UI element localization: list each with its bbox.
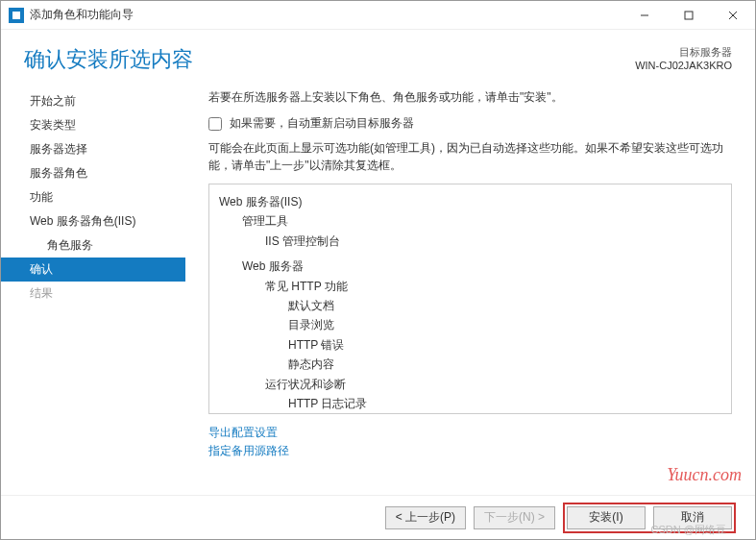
sidebar: 开始之前 安装类型 服务器选择 服务器角色 功能 Web 服务器角色(IIS) … (1, 84, 185, 491)
tree-item: 运行状况和诊断 (265, 375, 721, 394)
window-title: 添加角色和功能向导 (30, 7, 134, 23)
sidebar-item-role-services[interactable]: 角色服务 (1, 233, 185, 258)
sidebar-item-web-server-role[interactable]: Web 服务器角色(IIS) (1, 209, 185, 233)
target-server-info: 目标服务器 WIN-CJ02JAK3KRO (635, 45, 732, 71)
tree-item: 常见 HTTP 功能 (265, 277, 721, 296)
tree-item: 默认文档 (288, 296, 721, 315)
tree-item: 目录浏览 (288, 315, 721, 334)
next-button: 下一步(N) > (474, 506, 555, 529)
app-icon (9, 8, 24, 23)
links: 导出配置设置 指定备用源路径 (208, 424, 732, 460)
tree-item: Web 服务器 (242, 257, 721, 276)
target-label: 目标服务器 (635, 45, 732, 60)
tree-item: HTTP 日志记录 (288, 394, 721, 413)
footer: < 上一步(P) 下一步(N) > 安装(I) 取消 (1, 495, 755, 539)
svg-rect-2 (685, 12, 693, 19)
instruction-text: 若要在所选服务器上安装以下角色、角色服务或功能，请单击"安装"。 (208, 89, 732, 106)
alt-source-path-link[interactable]: 指定备用源路径 (208, 442, 732, 460)
cancel-button[interactable]: 取消 (653, 506, 732, 529)
target-name: WIN-CJ02JAK3KRO (635, 60, 732, 71)
sidebar-item-confirmation[interactable]: 确认 (1, 258, 185, 282)
features-tree[interactable]: Web 服务器(IIS) 管理工具 IIS 管理控制台 Web 服务器 常见 H… (208, 184, 732, 414)
header: 确认安装所选内容 目标服务器 WIN-CJ02JAK3KRO (1, 30, 755, 84)
tree-item: IIS 管理控制台 (265, 232, 721, 251)
sidebar-item-server-selection[interactable]: 服务器选择 (1, 137, 185, 161)
optional-features-note: 可能会在此页面上显示可选功能(如管理工具)，因为已自动选择这些功能。如果不希望安… (208, 139, 732, 174)
content: 若要在所选服务器上安装以下角色、角色服务或功能，请单击"安装"。 如果需要，自动… (185, 84, 755, 491)
tree-item: 静态内容 (288, 355, 721, 374)
auto-restart-label: 如果需要，自动重新启动目标服务器 (230, 115, 414, 132)
tree-item: 性能 (265, 413, 721, 414)
main: 开始之前 安装类型 服务器选择 服务器角色 功能 Web 服务器角色(IIS) … (1, 84, 755, 491)
tree-item: Web 服务器(IIS) (219, 192, 721, 211)
sidebar-item-install-type[interactable]: 安装类型 (1, 113, 185, 137)
previous-button[interactable]: < 上一步(P) (385, 506, 466, 529)
tree-item: HTTP 错误 (288, 335, 721, 355)
close-button[interactable] (711, 1, 755, 30)
highlight-annotation: 安装(I) 取消 (563, 503, 736, 533)
window-controls (622, 1, 755, 30)
export-config-link[interactable]: 导出配置设置 (208, 424, 732, 442)
restart-checkbox-row: 如果需要，自动重新启动目标服务器 (208, 115, 732, 132)
sidebar-item-server-roles[interactable]: 服务器角色 (1, 161, 185, 185)
tree-item: 管理工具 (242, 211, 721, 231)
svg-rect-0 (12, 12, 20, 19)
sidebar-item-results: 结果 (1, 282, 185, 306)
maximize-button[interactable] (667, 1, 711, 30)
titlebar: 添加角色和功能向导 (1, 1, 755, 30)
install-button[interactable]: 安装(I) (567, 506, 646, 529)
minimize-button[interactable] (622, 1, 667, 30)
page-title: 确认安装所选内容 (24, 45, 193, 74)
sidebar-item-features[interactable]: 功能 (1, 185, 185, 209)
auto-restart-checkbox[interactable] (208, 117, 222, 131)
sidebar-item-before-you-begin[interactable]: 开始之前 (1, 89, 185, 113)
